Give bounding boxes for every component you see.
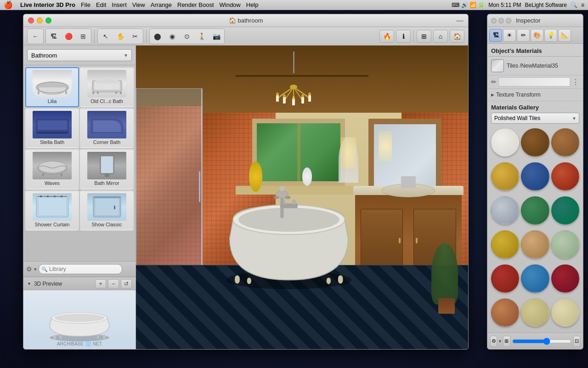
chandelier-chain (293, 52, 294, 73)
toolbar: ← 🏗 🔴 ⊞ ↖ ✋ ✂ ⬤ ◉ ⊙ 🚶 📷 🔥 ℹ ⊞ ⌂ 🏠 (23, 27, 468, 46)
item-shower-image (33, 193, 72, 221)
item-show-classic[interactable]: Show Classic (80, 190, 134, 230)
svg-point-6 (94, 79, 120, 84)
minimize-button[interactable] (37, 17, 43, 23)
menu-arrange[interactable]: Arrange (151, 1, 172, 8)
swatch-light-grey[interactable] (491, 196, 519, 224)
camera-btn[interactable]: 📷 (209, 30, 223, 43)
draw-tool[interactable]: ✂ (128, 30, 142, 43)
swatch-medium-wood[interactable] (551, 128, 579, 156)
library-button[interactable]: 🏗 (47, 30, 61, 43)
swatch-sage[interactable] (551, 230, 579, 259)
swatch-dark-teal[interactable] (551, 196, 579, 224)
inspector-grid-btn[interactable]: ⊞ (503, 336, 510, 347)
orbit-btn[interactable]: ◉ (165, 30, 179, 43)
inspector-min-btn[interactable] (498, 18, 504, 23)
menu-insert[interactable]: Insert (112, 1, 127, 8)
apple-menu[interactable]: 🍎 (4, 0, 13, 9)
preview-header[interactable]: ▼ 3D Preview + − ↺ (23, 277, 136, 290)
menu-help[interactable]: Help (246, 1, 259, 8)
item-lilia[interactable]: Lilia (25, 67, 79, 107)
view-3d-btn[interactable]: ⌂ (433, 30, 448, 43)
inspector-tool-lamp[interactable]: 💡 (544, 29, 557, 42)
swatch-dark-red[interactable] (491, 264, 519, 293)
swatch-yellow[interactable] (491, 230, 519, 259)
inspector-max-btn[interactable] (506, 18, 511, 23)
inspector-tool-light[interactable]: ☀ (503, 29, 516, 42)
rotate-button[interactable]: ↺ (121, 279, 132, 288)
settings-icon[interactable]: ⚙ (26, 265, 32, 273)
record-btn[interactable]: ⬤ (151, 30, 164, 43)
inspector-export-btn[interactable]: ⊡ (573, 336, 580, 347)
swatch-terracotta[interactable] (491, 299, 519, 327)
item-waves[interactable]: Waves (25, 149, 79, 189)
maximize-button[interactable] (45, 17, 51, 23)
search-input[interactable] (39, 264, 122, 274)
svg-rect-7 (92, 92, 94, 94)
swatch-dark-brown[interactable] (521, 128, 549, 156)
menubar-search-icon[interactable]: 🔍 (571, 2, 577, 8)
menu-view[interactable]: View (132, 1, 145, 8)
swatch-mid-blue[interactable] (521, 264, 549, 293)
item-shower-curtain[interactable]: Shower Curtain (25, 190, 79, 230)
item-corner-bath[interactable]: Corner Bath (80, 108, 134, 148)
swatch-crimson[interactable] (551, 264, 579, 293)
svg-rect-2 (38, 91, 40, 94)
inspector-tool-material[interactable]: 🎨 (531, 29, 543, 42)
swatch-cream[interactable] (551, 299, 579, 327)
inspector-tool-structure[interactable]: 🏗 (489, 29, 502, 42)
materials-button[interactable]: 🔴 (62, 30, 75, 43)
item-bath-mirror[interactable]: Bath Mirror (80, 149, 134, 189)
menu-edit[interactable]: Edit (96, 1, 106, 8)
swatch-red-orange[interactable] (551, 162, 579, 190)
svg-point-25 (47, 196, 49, 197)
item-stella-bath[interactable]: Stella Bath (25, 108, 79, 148)
inspector-tool-edit[interactable]: ✏ (517, 29, 530, 42)
swatch-teal-green[interactable] (521, 196, 549, 224)
menu-renderboos[interactable]: Render Boost (177, 1, 214, 8)
fly-btn[interactable]: ⊙ (180, 30, 194, 43)
inspector-tool-measure[interactable]: 📐 (558, 29, 571, 42)
menu-window[interactable]: Window (220, 1, 241, 8)
swatch-white-marble[interactable] (491, 128, 519, 156)
view-2d-btn[interactable]: ⊞ (417, 30, 431, 43)
zoom-out-button[interactable]: − (108, 279, 119, 288)
left-panel: Bathroom Bedroom Kitchen Living Room Off… (23, 46, 136, 350)
svg-rect-70 (285, 196, 290, 199)
viewport[interactable] (136, 46, 468, 350)
inspector-slider[interactable] (512, 338, 571, 345)
menu-file[interactable]: File (81, 1, 90, 8)
category-dropdown[interactable]: Bathroom Bedroom Kitchen Living Room Off… (27, 49, 132, 61)
pen-icon[interactable]: ✏ (491, 78, 497, 86)
inspector-settings-btn[interactable]: ⚙ (490, 336, 497, 347)
close-button[interactable] (28, 17, 34, 23)
swatch-blue[interactable] (521, 162, 549, 190)
gallery-dropdown: Polished Wall Tiles Stone Wood Metal Fab… (491, 113, 579, 124)
item-old-bath[interactable]: Old Cl...c Bath (80, 67, 134, 107)
swatch-peach[interactable] (521, 230, 549, 259)
info-btn[interactable]: ℹ (396, 30, 411, 43)
pan-tool[interactable]: ✋ (113, 30, 127, 43)
select-tool[interactable]: ↖ (99, 30, 113, 43)
back-button[interactable]: ← (28, 30, 42, 43)
view-full-btn[interactable]: 🏠 (450, 30, 464, 43)
window-collapse-button[interactable]: — (456, 17, 464, 25)
texture-transform-header[interactable]: ▶ Texture Transform (491, 92, 579, 98)
item-show-classic-image (87, 193, 126, 221)
current-material-item[interactable]: Tiles /NewMaterial35 (487, 57, 583, 75)
swatch-beige[interactable] (521, 299, 549, 327)
gallery-select[interactable]: Polished Wall Tiles Stone Wood Metal Fab… (491, 113, 579, 124)
inspector-close-btn[interactable] (491, 18, 497, 23)
zoom-in-button[interactable]: + (95, 279, 106, 288)
more-options-icon[interactable]: ⋮ (572, 78, 579, 86)
walk-btn[interactable]: 🚶 (195, 30, 209, 43)
texture-bar[interactable] (498, 77, 570, 86)
window-painting (252, 119, 345, 186)
render-btn[interactable]: 🔥 (379, 30, 394, 43)
texture-transform-label: Texture Transform (496, 92, 541, 98)
objects-button[interactable]: ⊞ (76, 30, 90, 43)
swatch-gold[interactable] (491, 162, 519, 190)
app-name[interactable]: Live Interior 3D Pro (20, 1, 75, 8)
svg-rect-19 (101, 156, 113, 173)
menubar-more-icon[interactable]: ≡ (581, 2, 584, 8)
